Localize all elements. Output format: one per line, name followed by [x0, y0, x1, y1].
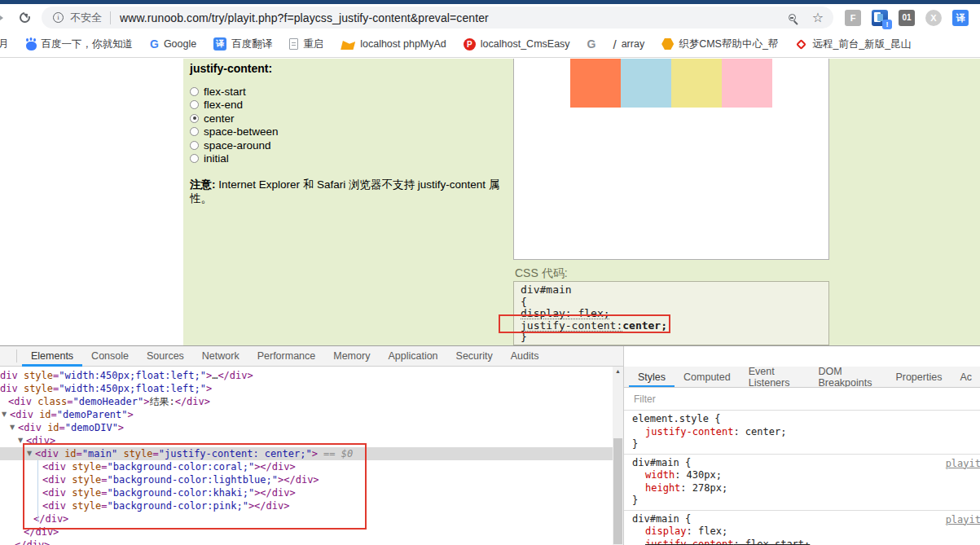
ext-f-icon[interactable]: F [845, 10, 861, 26]
tree-row[interactable]: div style="width:450px;float:left;"> [0, 382, 613, 395]
sidebar-tab-dom-breakpoints[interactable]: DOM Breakpoints [809, 367, 886, 387]
sidebar-tab-styles[interactable]: Styles [629, 367, 675, 387]
doc-icon [289, 38, 298, 50]
tab-application[interactable]: Application [379, 346, 446, 366]
google-gray-icon: G [587, 37, 596, 51]
bookmark-item[interactable]: /array [613, 38, 644, 51]
code-token: { [521, 296, 527, 308]
style-rule: playitdiv#main {display: flex;justify-co… [624, 511, 980, 545]
expand-arrow-icon[interactable]: ▼ [10, 421, 18, 434]
radio-button[interactable] [190, 141, 199, 150]
tab-network[interactable]: Network [193, 346, 248, 366]
sidebar-tab-computed[interactable]: Computed [675, 367, 740, 387]
tab-memory[interactable]: Memory [324, 346, 379, 366]
justify-content-form: justify-content: flex-startflex-endcente… [190, 62, 524, 205]
tab-security[interactable]: Security [447, 346, 502, 366]
zoom-icon[interactable] [789, 14, 796, 21]
styles-tab-bar: StylesComputedEvent ListenersDOM Breakpo… [624, 367, 980, 388]
bookmark-item[interactable]: 月 [0, 37, 9, 51]
ext-01-icon[interactable]: 01 [899, 10, 915, 26]
playit-link[interactable]: playit [946, 514, 980, 525]
ext-docs-icon[interactable]: ! [872, 10, 888, 26]
bookmark-item[interactable]: 远程_前台_新版_昆山 [795, 37, 911, 51]
tab-console[interactable]: Console [82, 346, 138, 366]
ext-translate-icon[interactable]: 译 [952, 10, 969, 26]
bookmark-item[interactable]: localhost phpMyAd [341, 38, 446, 50]
radio-button[interactable] [190, 100, 199, 109]
rule-property[interactable]: display: flex; [632, 525, 976, 538]
elements-scrollbar[interactable]: ▲ [613, 367, 623, 545]
ext-x-icon[interactable]: X [925, 10, 942, 26]
slash-icon: / [613, 38, 616, 51]
sidebar-tab-event-listeners[interactable]: Event Listeners [740, 367, 810, 387]
radio-button[interactable] [190, 114, 199, 123]
tab-sources[interactable]: Sources [138, 346, 193, 366]
playit-link[interactable]: playit [946, 458, 980, 469]
forward-button-icon[interactable] [0, 13, 8, 23]
styles-filter-input[interactable]: Filter [624, 388, 980, 411]
scrollbar-thumb[interactable] [613, 438, 622, 544]
rule-selector[interactable]: div#main { [632, 457, 976, 470]
bookmarks-bar: 月百度一下，你就知道GGoogle译百度翻译重启localhost phpMyA… [0, 31, 980, 58]
tab-elements[interactable]: Elements [22, 346, 82, 366]
bookmark-label: 月 [0, 37, 9, 51]
bookmark-label: localhost_CmsEasy [481, 38, 570, 50]
bookmark-item[interactable]: 译百度翻译 [213, 37, 272, 51]
reload-icon[interactable] [20, 12, 30, 23]
rule-property[interactable]: justify-content: flex-start; [632, 538, 976, 545]
tab-audits[interactable]: Audits [502, 346, 548, 366]
rule-property[interactable]: width: 430px; [632, 469, 976, 482]
diamond-icon [797, 39, 807, 50]
bookmark-item[interactable]: 织梦CMS帮助中心_帮 [661, 37, 778, 51]
css-code-line[interactable]: } [521, 332, 822, 344]
css-code-line[interactable]: div#main [521, 284, 822, 297]
styles-sidebar: StylesComputedEvent ListenersDOM Breakpo… [623, 346, 980, 545]
sidebar-tab-ac[interactable]: Ac [951, 367, 980, 387]
rule-selector[interactable]: div#main { [632, 513, 976, 526]
flex-item-lightblue [621, 59, 671, 108]
radio-option[interactable]: flex-end [190, 99, 524, 112]
css-code-line[interactable]: { [521, 297, 822, 309]
flex-item-pink [722, 59, 772, 108]
rule-property[interactable]: height: 278px; [632, 482, 976, 495]
radio-button[interactable] [190, 127, 199, 136]
bookmark-item[interactable]: Plocalhost_CmsEasy [464, 38, 570, 51]
rule-selector[interactable]: element.style { [632, 413, 976, 426]
sidebar-tab-properties[interactable]: Properties [886, 367, 951, 387]
property-name: width [645, 469, 675, 481]
radio-option[interactable]: flex-start [190, 85, 524, 99]
address-bar[interactable]: i 不安全 www.runoob.com/try/playit.php?f=pl… [42, 7, 833, 29]
radio-button[interactable] [190, 154, 199, 163]
tree-row[interactable]: div style="width:450px;float:left;">…</d… [0, 369, 613, 382]
info-icon[interactable]: i [53, 12, 64, 23]
url-text[interactable]: www.runoob.com/try/playit.php?f=playcss_… [120, 11, 782, 24]
tree-annotation-box [23, 443, 367, 530]
tree-row[interactable]: </div> [0, 538, 613, 545]
style-rule: element.style {justify-content: center;} [624, 411, 980, 455]
tree-token: = [67, 396, 73, 407]
radio-option[interactable]: center [190, 112, 524, 125]
tab-performance[interactable]: Performance [248, 346, 325, 366]
css-code-textarea[interactable]: div#main{display: flex;justify-content:c… [513, 281, 829, 345]
radio-options: flex-startflex-endcenterspace-betweenspa… [190, 85, 524, 165]
bookmark-item[interactable]: G [587, 37, 596, 51]
rule-property[interactable]: justify-content: center; [632, 426, 976, 439]
radio-button[interactable] [190, 87, 199, 96]
bookmark-star-icon[interactable]: ☆ [812, 11, 824, 24]
radio-option[interactable]: initial [190, 152, 524, 166]
extensions-row: F!01X译 [845, 10, 969, 26]
security-label[interactable]: 不安全 [70, 11, 102, 25]
radio-option[interactable]: space-around [190, 138, 524, 152]
bookmark-item[interactable]: GGoogle [150, 37, 196, 51]
scrollbar-up-arrow[interactable]: ▲ [613, 368, 623, 374]
tree-row[interactable]: ▼<div id="demoParent"> [0, 408, 613, 421]
tree-row[interactable]: ▼<div id="demoDIV"> [0, 421, 613, 434]
bookmark-label: array [622, 38, 644, 50]
bookmark-item[interactable]: 百度一下，你就知道 [26, 37, 134, 51]
tree-token: id [42, 422, 59, 433]
property-name: display [645, 525, 687, 537]
expand-arrow-icon[interactable]: ▼ [2, 408, 10, 421]
radio-option[interactable]: space-between [190, 125, 524, 139]
tree-row[interactable]: <div class="demoHeader">结果:</div> [0, 395, 613, 408]
bookmark-item[interactable]: 重启 [289, 37, 323, 51]
